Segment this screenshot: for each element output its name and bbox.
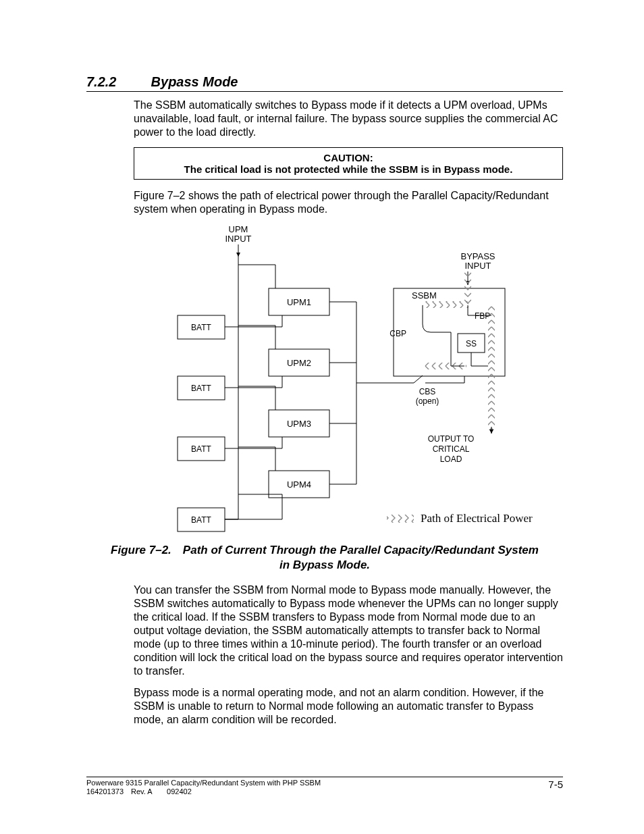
svg-text:SSBM: SSBM	[412, 290, 437, 301]
power-path	[488, 376, 495, 430]
section-heading: 7.2.2 Bypass Mode	[86, 74, 563, 92]
caution-text: The critical load is not protected while…	[141, 163, 556, 175]
legend-label: Path of Electrical Power	[421, 512, 533, 525]
footer-line-2: 164201373 Rev. A 092402	[86, 787, 321, 796]
svg-text:UPM4: UPM4	[287, 479, 311, 490]
power-path	[464, 271, 471, 305]
svg-text:FBP: FBP	[475, 311, 490, 321]
svg-text:BATT: BATT	[191, 384, 211, 393]
paragraph-2: Figure 7–2 shows the path of electrical …	[134, 189, 563, 216]
page-number: 7-5	[548, 779, 563, 796]
svg-text:BATT: BATT	[191, 323, 211, 332]
svg-text:BATT: BATT	[191, 444, 211, 454]
svg-text:UPM1: UPM1	[287, 297, 311, 307]
svg-text:UPM3: UPM3	[287, 419, 311, 429]
svg-text:CRITICAL: CRITICAL	[433, 444, 470, 454]
upm-input-label-2: INPUT	[225, 234, 252, 244]
svg-text:CBP: CBP	[390, 329, 406, 338]
power-path	[488, 305, 495, 380]
upm-boxes: UPM1 UPM2 UPM3 UPM4	[269, 288, 329, 498]
svg-text:OUTPUT TO: OUTPUT TO	[428, 434, 475, 444]
svg-text:UPM2: UPM2	[287, 358, 311, 368]
upm-input-label-1: UPM	[229, 224, 248, 234]
svg-text:LOAD: LOAD	[440, 454, 462, 464]
footer-line-1: Powerware 9315 Parallel Capacity/Redunda…	[86, 779, 321, 787]
legend-chevron-icon	[387, 515, 414, 523]
svg-text:(open): (open)	[416, 396, 439, 406]
paragraph-1: The SSBM automatically switches to Bypas…	[134, 99, 563, 139]
caution-box: CAUTION: The critical load is not protec…	[134, 147, 563, 180]
svg-text:BYPASS: BYPASS	[460, 251, 495, 261]
paragraph-4: Bypass mode is a normal operating mode, …	[134, 686, 563, 727]
figure-caption: Figure 7–2. Path of Current Through the …	[86, 543, 563, 573]
figure-7-2: UPM INPUT UPM1 UPM2 UPM3 UPM4	[86, 224, 563, 542]
power-path	[423, 301, 468, 308]
svg-text:INPUT: INPUT	[465, 261, 491, 271]
section-title: Bypass Mode	[151, 74, 238, 89]
svg-text:BATT: BATT	[191, 515, 211, 525]
svg-text:SS: SS	[466, 339, 477, 348]
svg-text:CBS: CBS	[419, 387, 436, 396]
batt-boxes: BATT BATT BATT BATT	[178, 315, 225, 531]
section-number: 7.2.2	[86, 74, 147, 90]
page-footer: Powerware 9315 Parallel Capacity/Redunda…	[86, 777, 563, 796]
caution-label: CAUTION:	[141, 152, 556, 163]
paragraph-3: You can transfer the SSBM from Normal mo…	[134, 583, 563, 678]
